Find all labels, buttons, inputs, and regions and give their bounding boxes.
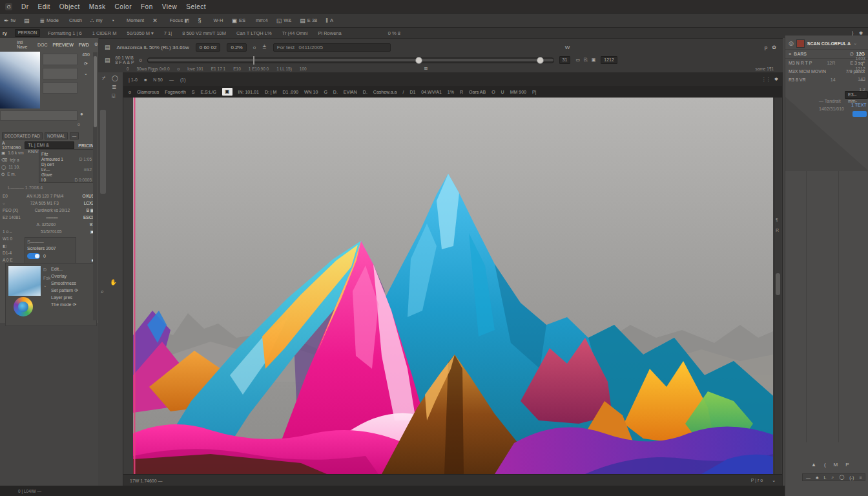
options-bar-item[interactable]: ◔ bbox=[111, 17, 116, 24]
canvas-toolbar-item[interactable]: 1% bbox=[448, 90, 454, 94]
caret-down-icon[interactable]: ⌄ bbox=[853, 41, 857, 46]
secondary-toolbar-item[interactable]: 7 1| bbox=[164, 30, 172, 36]
subbar-item[interactable]: 100 bbox=[300, 67, 307, 71]
swatch-side-icon[interactable]: Fsk bbox=[43, 276, 50, 280]
left-panel-scrollbar[interactable] bbox=[93, 52, 98, 320]
props-left-row[interactable]: ▣ 1.6 k vm bbox=[1, 149, 37, 156]
swatch-menu-item[interactable]: Overlay bbox=[51, 273, 78, 280]
slider-handle-2[interactable] bbox=[537, 57, 544, 64]
panel-bottom-icon[interactable]: ♣ bbox=[816, 475, 819, 480]
mini-button[interactable]: ⟳ bbox=[84, 61, 88, 67]
options-bar-item[interactable]: ∴ my bbox=[90, 17, 103, 24]
canvas-scroll-handle[interactable] bbox=[776, 273, 780, 295]
options-bar-item[interactable]: ‖ A bbox=[326, 17, 333, 24]
swatch-menu-item[interactable]: The mode ⟳ bbox=[51, 301, 78, 308]
blue-action-button[interactable] bbox=[852, 111, 867, 117]
options-bar-item[interactable]: ◱ W& bbox=[276, 17, 292, 24]
app-logo-icon[interactable]: G bbox=[5, 3, 12, 10]
right-chip[interactable]: E3-- mm- bbox=[845, 91, 868, 99]
list-tool-icon[interactable]: ≣ bbox=[112, 84, 117, 90]
options-bar-item[interactable]: ▣ ES bbox=[231, 17, 245, 24]
menu-item[interactable]: Object bbox=[59, 3, 80, 10]
menu-item[interactable]: Edit bbox=[38, 3, 50, 10]
active-tool-button[interactable]: ▣ bbox=[222, 88, 232, 96]
info-row[interactable]: E0 AN KJ5 120 7 PM/4 OXUS bbox=[1, 192, 96, 200]
panel-bottom-icon[interactable]: ⌕ bbox=[832, 475, 834, 480]
upload-icon[interactable]: ≜ bbox=[262, 45, 267, 50]
zoom-size-readout[interactable]: 17W 1.74600 — bbox=[130, 479, 163, 483]
canvas-header-item[interactable]: | 1-0 bbox=[129, 78, 138, 82]
canvas-toolbar-item[interactable]: Glamorous bbox=[137, 90, 159, 94]
mini-button[interactable]: 450 bbox=[82, 52, 90, 57]
pen-tool-icon[interactable]: ⌿ bbox=[102, 75, 105, 82]
subbar-item[interactable]: love 101 bbox=[187, 67, 203, 71]
doc-field-2[interactable]: 0.2% bbox=[227, 43, 246, 52]
slash-circle-icon[interactable]: ∅ bbox=[850, 52, 854, 57]
canvas-header-icon[interactable]: ✱ bbox=[774, 77, 778, 82]
canvas-toolbar-item[interactable]: U bbox=[501, 90, 504, 94]
props-left-row[interactable]: ◯ 11 10. bbox=[1, 163, 37, 170]
slider-tick[interactable] bbox=[253, 56, 254, 65]
canvas-toolbar-item[interactable]: 04.WV/A1 bbox=[421, 90, 442, 94]
canvas-toolbar-item[interactable]: G bbox=[324, 90, 327, 94]
subbar-item[interactable]: 1 LL 15) bbox=[276, 67, 292, 71]
options-bar-item[interactable]: ✕ bbox=[152, 17, 160, 24]
swatch-menu-item[interactable]: Smoothness bbox=[51, 280, 78, 287]
trash-tool-icon[interactable]: ⍌ bbox=[112, 93, 115, 100]
props-left-row[interactable]: ⌫ tejr a bbox=[1, 156, 37, 163]
menu-item[interactable]: Color bbox=[115, 3, 132, 10]
panel-tab[interactable]: — bbox=[70, 132, 79, 140]
canvas-toolbar-item[interactable]: P| bbox=[532, 90, 537, 94]
color-swatch-red[interactable] bbox=[796, 39, 805, 48]
target-icon[interactable]: ◎ bbox=[789, 40, 794, 46]
props-right-row[interactable]: Armoured 1 D 1:05 bbox=[41, 156, 92, 161]
info-row[interactable]: ⌔ 72A 505 M1 F3 LCX2 bbox=[1, 200, 96, 207]
menu-item[interactable]: Dr bbox=[21, 3, 29, 10]
search-tool-icon[interactable]: ⌕ bbox=[101, 288, 104, 295]
document-tab[interactable]: Amazonica IL 50% (RL) 34.6bw bbox=[117, 45, 189, 50]
info-row[interactable]: PEO (X) Curdwork vs 20/12 B ▦ bbox=[1, 207, 96, 214]
options-bar-item[interactable]: Crush bbox=[67, 17, 82, 23]
doc-field-1[interactable]: 0 60 02 bbox=[196, 43, 221, 52]
panel-bottom-icon[interactable]: M bbox=[834, 462, 838, 468]
panel-bottom-icon[interactable]: ≡ bbox=[859, 475, 862, 480]
preview-button[interactable]: PREVIEW bbox=[52, 43, 73, 47]
options-bar-item[interactable]: ✒ fw bbox=[4, 17, 16, 24]
panel-bottom-icon[interactable]: ▲ bbox=[811, 462, 816, 468]
hand-tool-icon[interactable]: ✋ bbox=[110, 279, 117, 285]
secondary-toolbar-item[interactable]: 1 CIDER M bbox=[92, 30, 117, 36]
canvas-header-item[interactable]: ■ bbox=[144, 78, 147, 82]
swatch-menu-item[interactable]: Edit... bbox=[51, 265, 78, 273]
canvas-header-item[interactable]: N 50 bbox=[153, 78, 163, 82]
options-bar-item[interactable]: § bbox=[198, 17, 203, 24]
left-tab-1[interactable]: Intl Nave bbox=[17, 40, 32, 49]
subbar-item[interactable]: E1 17 1 bbox=[211, 67, 225, 71]
canvas-toolbar-item[interactable]: IN: 101.01 bbox=[238, 90, 259, 94]
hamburger-icon[interactable]: ≡ bbox=[789, 52, 791, 56]
panel-bottom-icon[interactable]: ( bbox=[824, 462, 826, 468]
canvas-toolbar-item[interactable]: D1 .090 bbox=[282, 90, 298, 94]
doc-note[interactable]: For test 0411/2005 bbox=[273, 43, 391, 52]
secondary-toolbar-item[interactable]: Formatting 1 | 6 bbox=[48, 30, 81, 36]
canvas-toolbar-item[interactable]: D. bbox=[333, 90, 338, 94]
panel-bottom-icon[interactable]: P bbox=[845, 462, 849, 468]
slider-handle-1[interactable] bbox=[415, 57, 422, 64]
props-right-row[interactable]: D) cert bbox=[41, 161, 92, 167]
options-bar-item[interactable]: W·H bbox=[211, 17, 223, 23]
subbar-item[interactable]: o bbox=[178, 67, 180, 71]
panel-bottom-icon[interactable]: L bbox=[824, 475, 827, 480]
menu-item[interactable]: Fon bbox=[141, 3, 153, 10]
left-tab-2[interactable]: DOC bbox=[37, 43, 48, 47]
color-wheel-swatch[interactable] bbox=[14, 297, 33, 316]
grid-icon[interactable]: ⊞ bbox=[424, 66, 428, 71]
person-chip[interactable]: PERSON bbox=[15, 29, 41, 37]
secondary-toolbar-item[interactable]: 50/1050 M ▾ bbox=[127, 30, 154, 36]
options-bar-item[interactable]: ▤ E 38 bbox=[300, 17, 317, 24]
canvas-toolbar-item[interactable]: R bbox=[460, 90, 463, 94]
info-row[interactable]: A. 325260 97 bbox=[1, 221, 96, 228]
canvas-header-item[interactable]: (1) bbox=[180, 78, 186, 82]
canvas-toolbar-item[interactable]: D: | M bbox=[265, 90, 277, 94]
canvas-scrollbar[interactable]: ¶ R bbox=[774, 98, 781, 474]
swatch-menu-item[interactable]: Layer pres bbox=[51, 294, 78, 301]
circle-button[interactable]: ● bbox=[80, 111, 83, 117]
